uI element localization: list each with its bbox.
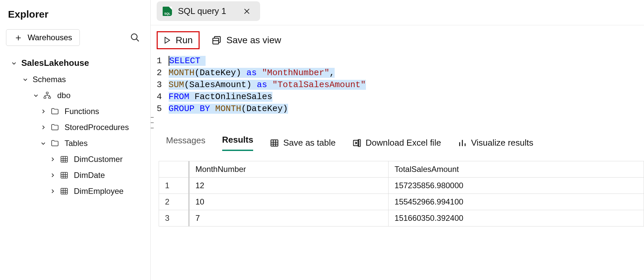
object-tree: SalesLakehouse Schemas dbo Functions Sto…	[6, 55, 147, 199]
storedprocedures-label: StoredProcedures	[65, 123, 129, 132]
line-number: 4	[157, 91, 162, 103]
tree-table-dimemployee[interactable]: DimEmployee	[6, 183, 147, 199]
cell[interactable]: 7	[189, 210, 389, 226]
svg-marker-22	[165, 37, 170, 43]
row-number: 2	[159, 194, 189, 210]
svg-point-0	[131, 34, 137, 40]
tree-tables[interactable]: Tables	[6, 135, 147, 151]
table-icon	[270, 138, 279, 148]
editor-tabstrip: SQL SQL query 1	[151, 0, 644, 25]
tree-schemas[interactable]: Schemas	[6, 71, 147, 87]
table-label: DimDate	[74, 171, 105, 180]
search-icon	[130, 33, 140, 43]
search-button[interactable]	[128, 31, 142, 45]
svg-rect-4	[49, 97, 51, 98]
svg-rect-10	[61, 172, 68, 178]
cell[interactable]: 157235856.980000	[389, 178, 644, 194]
editor-tab[interactable]: SQL SQL query 1	[157, 1, 260, 21]
line-number: 3	[157, 79, 162, 91]
folder-icon	[51, 139, 61, 148]
main-pane: SQL SQL query 1 Run Save as view 1 2 3	[150, 0, 644, 280]
run-label: Run	[176, 35, 193, 46]
chevron-right-icon	[41, 125, 47, 130]
save-as-table-label: Save as table	[283, 138, 336, 148]
svg-rect-2	[46, 92, 48, 94]
editor-toolbar: Run Save as view	[151, 25, 644, 55]
folder-icon	[51, 123, 61, 132]
messages-tab[interactable]: Messages	[166, 135, 206, 150]
functions-label: Functions	[65, 107, 99, 116]
svg-rect-15	[61, 188, 68, 194]
table-icon	[60, 155, 70, 164]
chevron-right-icon	[41, 109, 47, 114]
download-excel-button[interactable]: Download Excel file	[352, 138, 441, 148]
download-excel-label: Download Excel file	[366, 138, 441, 148]
tree-table-dimdate[interactable]: DimDate	[6, 167, 147, 183]
svg-rect-5	[61, 156, 68, 162]
schema-icon	[43, 91, 53, 99]
table-icon	[60, 187, 70, 196]
save-as-table-button[interactable]: Save as table	[270, 138, 336, 148]
cell[interactable]: 10	[189, 194, 389, 210]
sql-editor[interactable]: 1 2 3 4 5 SELECT MONTH(DateKey) as "Mont…	[151, 55, 644, 115]
tree-functions[interactable]: Functions	[6, 103, 147, 119]
tables-label: Tables	[65, 139, 87, 148]
table-row[interactable]: 1 12 157235856.980000	[159, 178, 644, 194]
visualize-results-button[interactable]: Visualize results	[458, 138, 533, 148]
tree-lakehouse[interactable]: SalesLakehouse	[6, 55, 147, 71]
chevron-down-icon	[33, 93, 39, 98]
line-number: 1	[157, 55, 162, 67]
save-view-icon	[212, 35, 222, 45]
visualize-results-label: Visualize results	[471, 138, 533, 148]
explorer-sidebar: Explorer ＋ Warehouses SalesLakehouse Sch…	[0, 0, 150, 280]
line-number: 2	[157, 67, 162, 79]
row-number-header	[159, 161, 189, 178]
cell[interactable]: 151660350.392400	[389, 210, 644, 226]
folder-icon	[51, 107, 61, 116]
results-grid[interactable]: MonthNumber TotalSalesAmount 1 12 157235…	[159, 161, 644, 226]
plus-icon: ＋	[14, 33, 23, 42]
tab-label: SQL query 1	[178, 6, 226, 16]
tree-storedprocedures[interactable]: StoredProcedures	[6, 119, 147, 135]
chevron-down-icon	[11, 61, 17, 66]
table-icon	[60, 171, 70, 180]
bar-chart-icon	[458, 138, 467, 148]
line-number-gutter: 1 2 3 4 5	[157, 55, 169, 115]
svg-rect-26	[271, 140, 278, 146]
save-as-view-label: Save as view	[226, 35, 281, 46]
results-tab[interactable]: Results	[222, 135, 253, 151]
warehouses-button[interactable]: ＋ Warehouses	[6, 29, 80, 46]
lakehouse-label: SalesLakehouse	[21, 58, 89, 68]
close-tab-button[interactable]	[242, 8, 252, 15]
chevron-right-icon	[50, 189, 56, 194]
svg-line-1	[136, 39, 139, 42]
play-icon	[164, 36, 171, 44]
table-row[interactable]: 3 7 151660350.392400	[159, 210, 644, 226]
row-number: 1	[159, 178, 189, 194]
table-label: DimCustomer	[74, 155, 123, 164]
code-area[interactable]: SELECT MONTH(DateKey) as "MonthNumber", …	[169, 55, 366, 115]
schema-label: dbo	[57, 91, 71, 100]
cell[interactable]: 155452966.994100	[389, 194, 644, 210]
schemas-label: Schemas	[33, 75, 66, 84]
column-header[interactable]: MonthNumber	[189, 161, 389, 178]
cell[interactable]: 12	[189, 178, 389, 194]
save-as-view-button[interactable]: Save as view	[212, 35, 281, 46]
chevron-right-icon	[50, 173, 56, 178]
svg-rect-24	[213, 38, 219, 44]
table-row[interactable]: 2 10 155452966.994100	[159, 194, 644, 210]
tree-schema-dbo[interactable]: dbo	[6, 87, 147, 103]
warehouses-label: Warehouses	[28, 33, 72, 42]
sql-file-icon: SQL	[163, 7, 172, 16]
explorer-title: Explorer	[8, 9, 147, 20]
close-icon	[243, 8, 250, 15]
tree-table-dimcustomer[interactable]: DimCustomer	[6, 151, 147, 167]
results-toolbar: Messages Results Save as table Download …	[151, 115, 644, 154]
column-header[interactable]: TotalSalesAmount	[389, 161, 644, 178]
run-button[interactable]: Run	[157, 31, 200, 49]
table-label: DimEmployee	[74, 187, 123, 196]
excel-icon	[352, 138, 362, 148]
svg-rect-3	[44, 97, 46, 98]
chevron-down-icon	[23, 77, 29, 82]
line-number: 5	[157, 103, 162, 115]
